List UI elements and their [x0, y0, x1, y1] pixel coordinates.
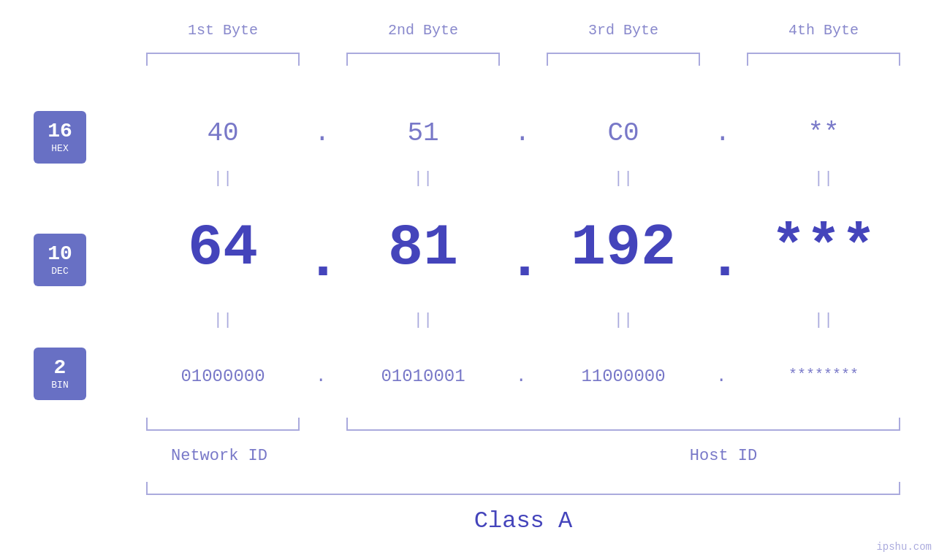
dec-badge-number: 10	[47, 244, 72, 264]
bin-badge-number: 2	[54, 358, 66, 378]
dec-val-2: 81	[346, 219, 500, 277]
col3-header: 3rd Byte	[547, 22, 700, 39]
bin-val-2: 01010001	[346, 367, 500, 386]
eq-dec-bin-3: ||	[547, 311, 700, 329]
bin-badge: 2 BIN	[34, 348, 86, 400]
dec-val-3: 192	[547, 219, 700, 277]
eq-dec-bin-1: ||	[146, 311, 300, 329]
bin-dot-1: .	[316, 367, 326, 386]
bracket-top-col3	[547, 53, 700, 66]
bin-val-1: 01000000	[146, 367, 300, 386]
main-container: 16 HEX 10 DEC 2 BIN 1st Byte 2nd Byte 3r…	[0, 0, 939, 560]
class-label: Class A	[146, 507, 900, 534]
eq-dec-bin-4: ||	[747, 311, 900, 329]
class-bracket	[146, 482, 900, 495]
hex-val-2: 51	[346, 118, 500, 148]
bin-val-4: ********	[747, 367, 900, 383]
eq-hex-dec-2: ||	[346, 169, 500, 188]
network-id-label: Network ID	[171, 447, 267, 465]
hex-dot-2: .	[514, 118, 531, 148]
bracket-bottom-col1	[146, 418, 300, 431]
dec-val-1: 64	[146, 219, 300, 277]
bin-val-3: 11000000	[547, 367, 700, 386]
hex-dot-1: .	[314, 118, 330, 148]
eq-hex-dec-1: ||	[146, 169, 300, 188]
eq-dec-bin-2: ||	[346, 311, 500, 329]
bracket-top-col4	[747, 53, 900, 66]
dec-dot-2: .	[507, 231, 542, 289]
hex-val-1: 40	[146, 118, 300, 148]
hex-dot-3: .	[715, 118, 731, 148]
bin-dot-3: .	[716, 367, 726, 386]
hex-val-4: **	[747, 118, 900, 148]
col2-header: 2nd Byte	[346, 22, 500, 39]
hex-val-3: C0	[547, 118, 700, 148]
dec-val-4: ***	[747, 219, 900, 277]
col4-header: 4th Byte	[747, 22, 900, 39]
col1-header: 1st Byte	[146, 22, 300, 39]
bin-badge-label: BIN	[51, 380, 68, 391]
dec-badge: 10 DEC	[34, 234, 86, 286]
host-id-label: Host ID	[547, 447, 900, 465]
bracket-top-col2	[346, 53, 500, 66]
hex-badge-number: 16	[47, 121, 72, 142]
hex-badge-label: HEX	[51, 143, 68, 154]
bin-dot-2: .	[516, 367, 526, 386]
dec-dot-1: .	[305, 231, 341, 289]
dec-badge-label: DEC	[51, 266, 68, 277]
bracket-top-col1	[146, 53, 300, 66]
watermark: ipshu.com	[876, 541, 932, 553]
eq-hex-dec-4: ||	[747, 169, 900, 188]
eq-hex-dec-3: ||	[547, 169, 700, 188]
bracket-bottom-host	[346, 418, 900, 431]
hex-badge: 16 HEX	[34, 111, 86, 164]
dec-dot-3: .	[707, 231, 742, 289]
